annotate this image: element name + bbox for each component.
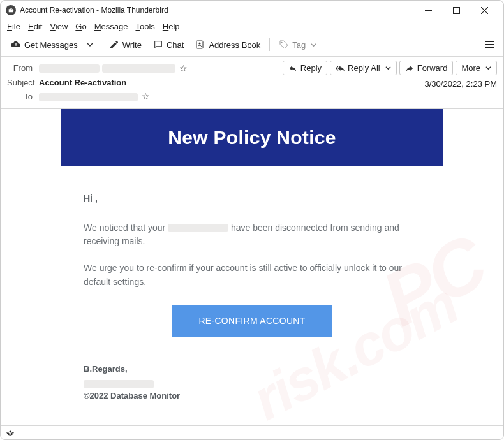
chevron-down-icon: [311, 42, 316, 48]
svg-point-4: [10, 431, 11, 433]
email-content: New Policy Notice Hi , We noticed that y…: [61, 109, 443, 415]
menu-tools[interactable]: Tools: [135, 22, 154, 31]
statusbar: [1, 425, 503, 439]
maximize-button[interactable]: [442, 1, 470, 19]
menu-file[interactable]: File: [7, 22, 20, 31]
address-book-button[interactable]: Address Book: [190, 37, 265, 52]
download-cloud-icon: [11, 40, 21, 50]
signature-redacted: [84, 376, 420, 390]
menu-edit[interactable]: Edit: [28, 22, 42, 31]
from-value: [39, 63, 175, 73]
tag-label: Tag: [292, 40, 306, 50]
message-headers: From ☆ Reply Reply All Forward More Subj…: [1, 57, 503, 109]
online-status-icon[interactable]: [6, 427, 15, 438]
signature: B.Regards,: [84, 363, 420, 376]
reply-all-button[interactable]: Reply All: [330, 61, 397, 75]
get-messages-label: Get Messages: [24, 40, 78, 50]
svg-point-2: [199, 42, 201, 44]
separator: [269, 38, 270, 51]
subject-label: Subject: [7, 78, 39, 87]
svg-rect-0: [453, 7, 459, 13]
svg-rect-1: [196, 41, 203, 48]
titlebar: Account Re-activation - Mozilla Thunderb…: [1, 1, 503, 20]
chevron-down-icon: [485, 65, 491, 71]
message-body[interactable]: PC risk.com New Policy Notice Hi , We no…: [1, 109, 503, 440]
app-menu-button[interactable]: [482, 39, 498, 50]
star-icon[interactable]: ☆: [179, 63, 188, 73]
address-book-label: Address Book: [209, 40, 260, 50]
separator: [100, 38, 100, 51]
to-label: To: [7, 92, 39, 101]
paragraph-2: We urge you to re-confirm if your accoun…: [84, 261, 420, 289]
forward-icon: [405, 64, 414, 73]
menu-message[interactable]: Message: [94, 22, 128, 31]
write-label: Write: [122, 40, 142, 50]
star-icon[interactable]: ☆: [142, 91, 150, 101]
reply-all-icon: [336, 64, 345, 73]
svg-point-3: [281, 42, 283, 43]
menubar: File Edit View Go Message Tools Help: [1, 20, 503, 33]
tag-icon: [279, 40, 289, 50]
from-label: From: [7, 63, 39, 73]
pencil-icon: [109, 40, 119, 50]
chat-icon: [153, 40, 163, 50]
window-title: Account Re-activation - Mozilla Thunderb…: [20, 6, 168, 15]
to-value: [39, 91, 138, 101]
subject-value: Account Re-activation: [39, 78, 126, 87]
menu-help[interactable]: Help: [163, 22, 180, 31]
greeting: Hi ,: [84, 192, 420, 206]
get-messages-button[interactable]: Get Messages: [6, 37, 83, 52]
chevron-down-icon: [385, 65, 391, 71]
cta-container: RE-CONFIRM ACCOUNT: [84, 305, 420, 337]
email-banner: New Policy Notice: [61, 109, 443, 166]
message-date: 3/30/2022, 2:23 PM: [425, 77, 497, 89]
more-button[interactable]: More: [456, 61, 497, 75]
app-icon: [6, 5, 16, 15]
toolbar: Get Messages Write Chat Address Book Tag: [1, 33, 503, 57]
menu-go[interactable]: Go: [75, 22, 86, 31]
reconfirm-account-button[interactable]: RE-CONFIRM ACCOUNT: [172, 305, 332, 337]
forward-button[interactable]: Forward: [399, 61, 454, 75]
get-messages-dropdown[interactable]: [84, 41, 96, 48]
close-button[interactable]: [470, 1, 498, 19]
menu-view[interactable]: View: [50, 22, 68, 31]
address-book-icon: [195, 40, 205, 50]
chat-button[interactable]: Chat: [148, 37, 189, 52]
reply-button[interactable]: Reply: [283, 61, 327, 75]
paragraph-1: We noticed that your have been disconnec…: [84, 221, 420, 249]
chat-label: Chat: [167, 40, 184, 50]
minimize-button[interactable]: [414, 1, 442, 19]
header-actions: Reply Reply All Forward More: [283, 61, 497, 75]
copyright: ©2022 Database Monitor: [84, 390, 420, 402]
reply-icon: [288, 64, 297, 73]
write-button[interactable]: Write: [104, 37, 147, 52]
tag-button[interactable]: Tag: [274, 37, 322, 52]
